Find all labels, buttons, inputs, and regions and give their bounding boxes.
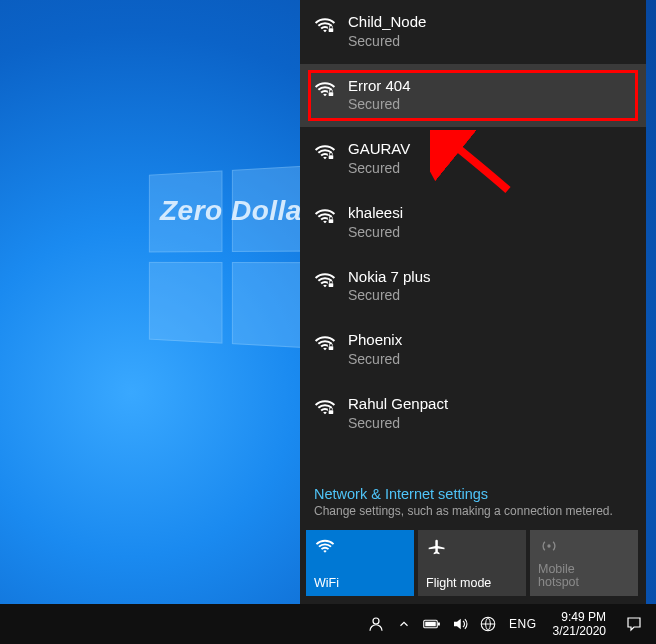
airplane-icon bbox=[426, 536, 518, 558]
network-globe-icon[interactable] bbox=[479, 615, 497, 633]
network-item[interactable]: Nokia 7 plus Secured bbox=[300, 255, 646, 319]
taskbar: ENG 9:49 PM 3/21/2020 bbox=[0, 604, 656, 644]
tile-flight-mode[interactable]: Flight mode bbox=[418, 530, 526, 596]
svg-rect-9 bbox=[329, 283, 334, 287]
network-name: Phoenix bbox=[348, 330, 402, 350]
network-name: Error 404 bbox=[348, 76, 411, 96]
wifi-secured-icon bbox=[314, 332, 336, 354]
network-item[interactable]: khaleesi Secured bbox=[300, 191, 646, 255]
settings-subtitle: Change settings, such as making a connec… bbox=[314, 504, 632, 518]
tile-label: Mobile bbox=[538, 562, 575, 576]
network-name: GAURAV bbox=[348, 139, 410, 159]
people-icon[interactable] bbox=[367, 615, 385, 633]
network-name: Rahul Genpact bbox=[348, 394, 448, 414]
volume-icon[interactable] bbox=[451, 615, 469, 633]
network-status: Secured bbox=[348, 32, 426, 50]
wifi-secured-icon bbox=[314, 396, 336, 418]
network-status: Secured bbox=[348, 95, 411, 113]
action-center-icon[interactable] bbox=[624, 615, 644, 633]
svg-rect-13 bbox=[329, 410, 334, 414]
svg-rect-7 bbox=[329, 219, 334, 223]
wifi-secured-icon bbox=[314, 269, 336, 291]
network-status: Secured bbox=[348, 223, 403, 241]
clock-time: 9:49 PM bbox=[561, 610, 606, 624]
tile-mobile-hotspot[interactable]: Mobile hotspot bbox=[530, 530, 638, 596]
svg-rect-5 bbox=[329, 156, 334, 160]
svg-rect-3 bbox=[329, 92, 334, 96]
hotspot-icon bbox=[538, 536, 630, 558]
network-item[interactable]: GAURAV Secured bbox=[300, 127, 646, 191]
clock-date: 3/21/2020 bbox=[553, 624, 606, 638]
tile-label: hotspot bbox=[538, 575, 579, 589]
network-name: Nokia 7 plus bbox=[348, 267, 431, 287]
svg-rect-1 bbox=[329, 28, 334, 32]
network-status: Secured bbox=[348, 159, 410, 177]
network-name: Child_Node bbox=[348, 12, 426, 32]
svg-point-14 bbox=[547, 544, 550, 547]
svg-rect-17 bbox=[438, 623, 440, 626]
wifi-secured-icon bbox=[314, 141, 336, 163]
network-list: Child_Node Secured Error 404 Secured GAU… bbox=[300, 0, 646, 476]
network-status: Secured bbox=[348, 414, 448, 432]
network-status: Secured bbox=[348, 286, 431, 304]
system-tray: ENG 9:49 PM 3/21/2020 bbox=[367, 610, 656, 639]
network-item[interactable]: Phoenix Secured bbox=[300, 318, 646, 382]
wifi-secured-icon bbox=[314, 14, 336, 36]
network-item[interactable]: Child_Node Secured bbox=[300, 0, 646, 64]
language-indicator[interactable]: ENG bbox=[507, 617, 539, 631]
battery-icon[interactable] bbox=[423, 615, 441, 633]
network-name: khaleesi bbox=[348, 203, 403, 223]
svg-rect-18 bbox=[425, 622, 436, 627]
windows-logo bbox=[149, 165, 321, 356]
tile-label: Flight mode bbox=[426, 576, 518, 590]
network-item[interactable]: Rahul Genpact Secured bbox=[300, 382, 646, 446]
svg-rect-11 bbox=[329, 347, 334, 351]
network-settings-link[interactable]: Network & Internet settings Change setti… bbox=[300, 476, 646, 520]
svg-point-15 bbox=[373, 618, 379, 624]
chevron-up-icon[interactable] bbox=[395, 615, 413, 633]
network-item-selected[interactable]: Error 404 Secured bbox=[300, 64, 646, 128]
wifi-flyout: Child_Node Secured Error 404 Secured GAU… bbox=[300, 0, 646, 604]
tile-wifi[interactable]: WiFi bbox=[306, 530, 414, 596]
tile-label: WiFi bbox=[314, 576, 406, 590]
wifi-secured-icon bbox=[314, 205, 336, 227]
clock[interactable]: 9:49 PM 3/21/2020 bbox=[549, 610, 610, 639]
wifi-secured-icon bbox=[314, 78, 336, 100]
quick-action-tiles: WiFi Flight mode Mobile hotspot bbox=[300, 520, 646, 604]
settings-title: Network & Internet settings bbox=[314, 486, 632, 502]
network-status: Secured bbox=[348, 350, 402, 368]
wifi-icon bbox=[314, 536, 406, 558]
